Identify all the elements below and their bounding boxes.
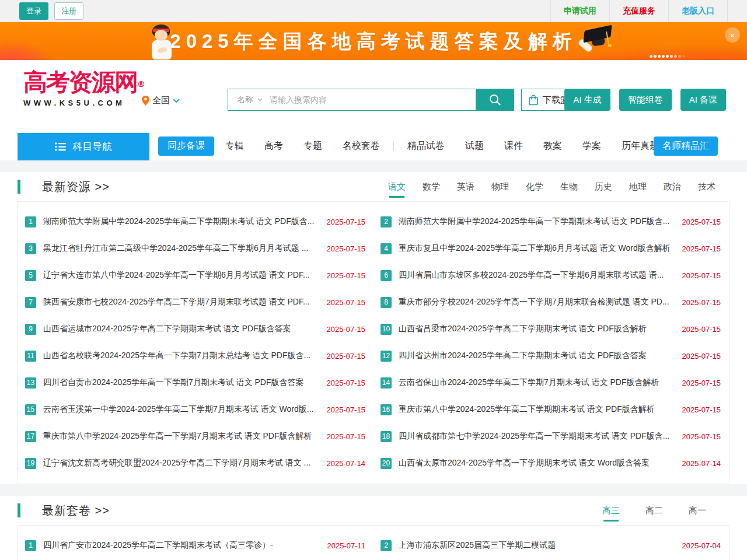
- header-action-button[interactable]: 智能组卷: [619, 89, 672, 111]
- resource-date: 2025-07-15: [327, 379, 366, 387]
- resource-title[interactable]: 辽宁省大连市第八中学2024-2025学年高一下学期6月月考试题 语文 PDF.…: [43, 270, 317, 281]
- subject-tab[interactable]: 数学: [423, 181, 440, 192]
- resource-date: 2025-07-15: [682, 432, 721, 441]
- basket-icon: [528, 94, 539, 106]
- main-nav: 科目导航 同步备课 专辑高考专题名校套卷精品试卷试题课件教案学案历年真题 名师精…: [0, 131, 747, 160]
- list-item[interactable]: 17重庆市第八中学2024-2025学年高一下学期7月期末考试 语文 PDF版含…: [25, 423, 365, 450]
- auth-buttons: 登录 注册: [19, 2, 83, 20]
- subject-tab[interactable]: 物理: [491, 181, 509, 192]
- resource-title[interactable]: 四川省广安市2024-2025学年高二下学期期末考试（高三零诊）-: [43, 540, 317, 551]
- list-item[interactable]: 16重庆市第八中学2024-2025学年高二下学期期末考试 语文 PDF版含解析…: [381, 396, 721, 423]
- subject-tab[interactable]: 地理: [629, 181, 647, 192]
- grade-tab[interactable]: 高三: [602, 505, 620, 516]
- resource-title[interactable]: 重庆市第八中学2024-2025学年高二下学期期末考试 语文 PDF版含解析: [399, 404, 673, 415]
- subject-tab[interactable]: 化学: [526, 181, 543, 192]
- topbar-link[interactable]: 充值服务: [609, 0, 668, 22]
- nav-sync-button[interactable]: 同步备课: [158, 136, 214, 156]
- list-item[interactable]: 8重庆市部分学校2024-2025学年高一下学期7月期末联合检测试题 语文 PD…: [381, 289, 721, 316]
- subject-tab[interactable]: 技术: [698, 181, 715, 192]
- list-item[interactable]: 14云南省保山市2024-2025学年高二下学期7月期末考试 语文 PDF版含解…: [381, 369, 721, 396]
- list-item[interactable]: 19辽宁省沈文新高考研究联盟2024-2025学年高二下学期7月期末考试 语文 …: [25, 450, 365, 477]
- resource-title[interactable]: 山西省吕梁市2024-2025学年高二下学期期末考试 语文 PDF版含解析: [399, 324, 673, 334]
- resource-title[interactable]: 山西省名校联考2024-2025学年高一下学期7月期末总结考 语文 PDF版含.…: [43, 351, 317, 361]
- resource-title[interactable]: 辽宁省沈文新高考研究联盟2024-2025学年高二下学期7月期末考试 语文 ..…: [43, 458, 317, 468]
- list-item[interactable]: 9山西省运城市2024-2025学年高二下学期期末考试 语文 PDF版含答案20…: [25, 316, 365, 342]
- nav-item[interactable]: 试题: [465, 140, 484, 152]
- list-item[interactable]: 1四川省广安市2024-2025学年高二下学期期末考试（高三零诊）-2025-0…: [25, 532, 365, 559]
- nav-item[interactable]: 学案: [582, 140, 601, 152]
- section-accent-bar: [18, 180, 20, 194]
- rank-badge: 5: [25, 270, 36, 281]
- nav-item[interactable]: 名校套卷: [343, 140, 380, 152]
- nav-item[interactable]: 精品试卷: [407, 140, 445, 152]
- list-item[interactable]: 15云南省玉溪第一中学2024-2025学年高二下学期7月期末考试 语文 Wor…: [25, 396, 365, 423]
- resource-title[interactable]: 四川省达州市2024-2025学年高二下学期期末考试 语文 PDF版含答案: [399, 351, 673, 361]
- nav-item[interactable]: 高考: [264, 140, 283, 152]
- nav-item[interactable]: 教案: [543, 140, 562, 152]
- resource-date: 2025-07-15: [682, 379, 721, 387]
- resource-title[interactable]: 重庆市复旦中学2024-2025学年高二下学期6月月考试题 语文 Word版含解…: [399, 243, 673, 254]
- grade-tabs: 高三高二高一: [602, 505, 706, 516]
- resource-title[interactable]: 湖南师范大学附属中学2024-2025学年高一下学期期末考试 语文 PDF版含.…: [399, 216, 673, 227]
- header-action-button[interactable]: AI 备课: [680, 89, 726, 111]
- list-item[interactable]: 20山西省太原市2024-2025学年高一下学期期末考试 语文 Word版含答案…: [381, 450, 721, 477]
- list-item[interactable]: 3黑龙江省牡丹江市第二高级中学2024-2025学年高二下学期6月月考试题 ..…: [25, 235, 365, 262]
- resource-title[interactable]: 黑龙江省牡丹江市第二高级中学2024-2025学年高二下学期6月月考试题 ...: [43, 243, 317, 254]
- subject-tab[interactable]: 历史: [595, 181, 612, 192]
- subject-tab[interactable]: 英语: [457, 181, 474, 192]
- list-item[interactable]: 2湖南师范大学附属中学2024-2025学年高一下学期期末考试 语文 PDF版含…: [381, 208, 721, 235]
- list-item[interactable]: 5辽宁省大连市第八中学2024-2025学年高一下学期6月月考试题 语文 PDF…: [25, 262, 365, 289]
- topbar-link[interactable]: 申请试用: [550, 0, 609, 22]
- site-logo[interactable]: 高考资源网® WWW.KS5U.COM: [23, 69, 145, 107]
- subject-tab[interactable]: 生物: [560, 181, 578, 192]
- resource-title[interactable]: 四川省自贡市2024-2025学年高一下学期7月期末考试 语文 PDF版含答案: [43, 377, 317, 388]
- resource-date: 2025-07-15: [682, 298, 721, 307]
- resource-title[interactable]: 重庆市第八中学2024-2025学年高一下学期7月期末考试 语文 PDF版含解析: [43, 431, 317, 442]
- topbar-link[interactable]: 老版入口: [668, 0, 728, 22]
- list-item[interactable]: 2上海市浦东新区2025届高三下学期二模试题2025-07-04: [381, 532, 721, 559]
- list-item[interactable]: 11山西省名校联考2024-2025学年高一下学期7月期末总结考 语文 PDF版…: [25, 342, 365, 369]
- region-selector[interactable]: 全国: [142, 95, 180, 106]
- close-icon[interactable]: ×: [725, 27, 740, 43]
- logo-domain: WWW.KS5U.COM: [23, 99, 145, 107]
- resource-title[interactable]: 山西省太原市2024-2025学年高一下学期期末考试 语文 Word版含答案: [399, 458, 673, 468]
- resource-title[interactable]: 云南省玉溪第一中学2024-2025学年高二下学期7月期末考试 语文 Word版…: [43, 404, 317, 415]
- section-divider: [0, 484, 747, 496]
- list-item[interactable]: 7陕西省安康市七校2024-2025学年高二下学期7月期末联考试题 语文 PDF…: [25, 289, 365, 316]
- list-item[interactable]: 10山西省吕梁市2024-2025学年高二下学期期末考试 语文 PDF版含解析2…: [381, 316, 721, 342]
- resource-title[interactable]: 山西省运城市2024-2025学年高二下学期期末考试 语文 PDF版含答案: [43, 324, 317, 334]
- search-category-dropdown[interactable]: 名称: [228, 94, 268, 105]
- subject-nav-button[interactable]: 科目导航: [18, 133, 149, 160]
- resource-title[interactable]: 四川省眉山市东坡区多校2024-2025学年高一下学期6月期末联考试题 语...: [399, 270, 673, 281]
- nav-item[interactable]: 专辑: [225, 140, 244, 152]
- promo-banner[interactable]: 2025年全国各地高考试题答案及解析 ×: [0, 22, 747, 60]
- list-item[interactable]: 1湖南师范大学附属中学2024-2025学年高二下学期期末考试 语文 PDF版含…: [25, 208, 365, 235]
- search-button[interactable]: [476, 89, 514, 111]
- resource-title[interactable]: 陕西省安康市七校2024-2025学年高二下学期7月期末联考试题 语文 PDF.…: [43, 297, 317, 307]
- list-item[interactable]: 4重庆市复旦中学2024-2025学年高二下学期6月月考试题 语文 Word版含…: [381, 235, 721, 262]
- section-divider: [0, 160, 747, 172]
- resource-title[interactable]: 湖南师范大学附属中学2024-2025学年高二下学期期末考试 语文 PDF版含.…: [43, 216, 317, 227]
- subject-tab[interactable]: 政治: [664, 181, 681, 192]
- list-item[interactable]: 12四川省达州市2024-2025学年高二下学期期末考试 语文 PDF版含答案2…: [381, 342, 721, 369]
- nav-item[interactable]: 专题: [303, 140, 322, 152]
- grade-tab[interactable]: 高二: [645, 505, 663, 516]
- resource-title[interactable]: 云南省保山市2024-2025学年高二下学期7月期末考试 语文 PDF版含解析: [399, 377, 673, 388]
- subject-tab[interactable]: 语文: [388, 181, 406, 192]
- nav-featured-button[interactable]: 名师精品汇: [654, 136, 718, 156]
- nav-item[interactable]: 课件: [504, 140, 523, 152]
- search-input[interactable]: [268, 94, 476, 105]
- rank-badge: 4: [381, 243, 392, 254]
- login-button[interactable]: 登录: [19, 2, 48, 20]
- menu-icon: [55, 142, 66, 151]
- grade-tab[interactable]: 高一: [689, 505, 706, 516]
- resource-title[interactable]: 上海市浦东新区2025届高三下学期二模试题: [399, 540, 673, 551]
- list-item[interactable]: 6四川省眉山市东坡区多校2024-2025学年高一下学期6月期末联考试题 语..…: [381, 262, 721, 289]
- search-icon: [488, 93, 501, 106]
- resource-title[interactable]: 重庆市部分学校2024-2025学年高一下学期7月期末联合检测试题 语文 PD.…: [399, 297, 673, 307]
- resource-title[interactable]: 四川省成都市第七中学2024-2025学年高一下学期期末考试 语文 PDF版含.…: [399, 431, 673, 442]
- list-item[interactable]: 13四川省自贡市2024-2025学年高一下学期7月期末考试 语文 PDF版含答…: [25, 369, 365, 396]
- header-action-button[interactable]: AI 生成: [564, 89, 610, 111]
- register-button[interactable]: 注册: [54, 2, 83, 20]
- list-item[interactable]: 18四川省成都市第七中学2024-2025学年高一下学期期末考试 语文 PDF版…: [381, 423, 721, 450]
